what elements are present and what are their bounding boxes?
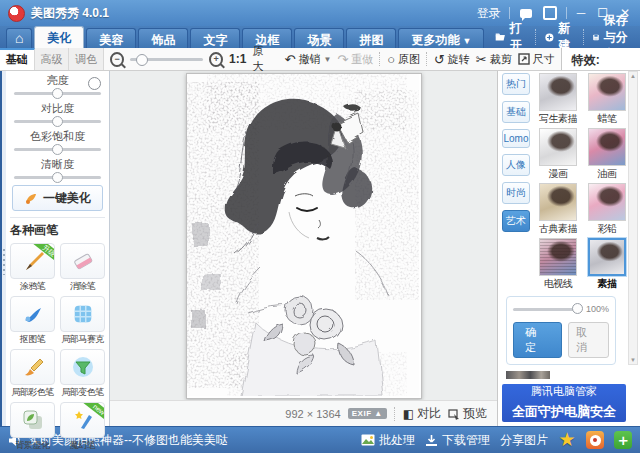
effect-sketch[interactable]: 素描 [585, 237, 629, 291]
tab-text[interactable]: 文字 [190, 28, 240, 48]
category-lomo[interactable]: Lomo [502, 129, 530, 148]
compare-button[interactable]: ◧对比 [403, 405, 441, 422]
resize-button[interactable]: 尺寸 [518, 52, 555, 67]
skin-icon[interactable] [542, 7, 558, 20]
download-icon [425, 434, 438, 447]
cutout-pen-icon [21, 302, 45, 326]
scroll-up-icon[interactable]: ▲ [630, 73, 636, 79]
subtab-basic[interactable]: 基础 [0, 48, 35, 70]
saturation-slider[interactable] [14, 148, 101, 151]
partial-thumbnail[interactable] [506, 371, 550, 379]
slider-handle[interactable] [572, 303, 583, 314]
effect-comic[interactable]: 漫画 [536, 127, 580, 181]
zoom-in-icon[interactable]: + [209, 52, 223, 67]
redo-button[interactable]: ↷重做 [337, 52, 373, 67]
effect-thumbnail[interactable] [588, 128, 626, 166]
brush-local-mosaic[interactable]: 局部马赛克 [60, 296, 105, 346]
tab-collage[interactable]: 拼图 [346, 28, 396, 48]
tab-more[interactable]: 更多功能▼ [398, 28, 484, 48]
brush-local-recolor-pen[interactable]: 局部变色笔 [60, 349, 105, 399]
chevron-down-icon[interactable]: ▼ [323, 55, 331, 64]
category-portrait[interactable]: 人像 [502, 154, 530, 176]
chevron-down-icon: ▼ [462, 36, 471, 46]
feedback-icon[interactable] [518, 7, 534, 20]
category-hot[interactable]: 热门 [502, 73, 530, 95]
saturation-slider-group: 色彩饱和度 [10, 129, 105, 151]
rotate-button[interactable]: ↺旋转 [434, 52, 470, 67]
titlebar: 美图秀秀 4.0.1 登录 ─ ☐ ✕ [0, 0, 640, 26]
scroll-down-icon[interactable]: ▼ [630, 357, 636, 363]
minimize-button[interactable]: ─ [575, 7, 588, 19]
contrast-slider[interactable] [14, 120, 101, 123]
effect-thumbnail[interactable] [588, 73, 626, 111]
magic-pen-icon [71, 408, 95, 432]
crop-button[interactable]: ✂裁剪 [476, 52, 512, 67]
one-key-beautify-button[interactable]: 一键美化 [12, 185, 103, 211]
download-manager-button[interactable]: 下载管理 [425, 432, 490, 449]
brush-local-color-pen[interactable]: 局部彩色笔 [10, 349, 55, 399]
tab-home[interactable]: ⌂ [6, 28, 32, 48]
category-basic[interactable]: 基础 [502, 101, 530, 123]
effect-oil-painting[interactable]: 油画 [585, 127, 629, 181]
effect-thumbnail[interactable] [539, 183, 577, 221]
subtab-advanced[interactable]: 高级 [35, 48, 70, 70]
reset-icon[interactable] [88, 77, 101, 90]
effect-thumbnail[interactable] [588, 183, 626, 221]
subtab-color[interactable]: 调色 [69, 48, 104, 70]
brush-doodle-pen[interactable]: 升级 涂鸦笔 [10, 243, 55, 293]
tab-scenes[interactable]: 场景 [294, 28, 344, 48]
zoom-out-icon[interactable]: − [110, 52, 124, 67]
slider-handle[interactable] [52, 144, 63, 155]
tab-beautify[interactable]: 美化 [34, 26, 84, 48]
effect-crayon[interactable]: 蜡笔 [585, 72, 629, 126]
brightness-slider[interactable] [14, 92, 101, 95]
effect-thumbnail[interactable] [588, 238, 626, 276]
ad-banner[interactable]: 腾讯电脑管家 全面守护电脑安全 [502, 384, 626, 422]
category-fashion[interactable]: 时尚 [502, 182, 530, 204]
brush-magic-pen[interactable]: new 魔幻笔 [60, 402, 105, 452]
brush-background-blur[interactable]: 背景虚化 [10, 402, 55, 452]
share-image-button[interactable]: 分享图片 [500, 432, 548, 449]
undo-button[interactable]: ↶撤销▼ [285, 52, 332, 67]
add-platform-icon[interactable]: ＋ [614, 431, 632, 449]
canvas-area[interactable]: 992 × 1364 EXIF ▲ ◧对比 预览 [110, 71, 497, 426]
effect-opacity-slider[interactable] [513, 308, 581, 311]
effect-sketch-drawing[interactable]: 写生素描 [536, 72, 580, 126]
slider-handle[interactable] [52, 172, 63, 183]
zoom-slider-handle[interactable] [136, 54, 148, 66]
zoom-actual-button[interactable]: 原大 [252, 44, 272, 74]
sharpness-slider[interactable] [14, 176, 101, 179]
effect-thumbnail[interactable] [539, 128, 577, 166]
exif-badge[interactable]: EXIF ▲ [348, 408, 387, 419]
preview-button[interactable]: 预览 [448, 405, 487, 422]
effects-scrollbar[interactable]: ▲▼ [628, 71, 638, 365]
effect-tv-lines[interactable]: 电视线 [536, 237, 580, 291]
save-share-button[interactable]: 保存与分享 [583, 29, 640, 45]
brush-cutout-pen[interactable]: 抠图笔 [10, 296, 55, 346]
brush-eraser-pen[interactable]: 消除笔 [60, 243, 105, 293]
cancel-button[interactable]: 取消 [568, 322, 609, 358]
canvas-zoom-slider[interactable] [130, 58, 203, 61]
confirm-button[interactable]: 确定 [513, 322, 562, 358]
panel-splitter[interactable] [0, 71, 6, 426]
slider-handle[interactable] [52, 116, 63, 127]
tab-face[interactable]: 美容 [86, 28, 136, 48]
tab-stickers[interactable]: 饰品 [138, 28, 188, 48]
effect-thumbnail[interactable] [539, 238, 577, 276]
original-button[interactable]: ○原图 [387, 52, 420, 67]
category-art[interactable]: 艺术 [502, 210, 530, 232]
edited-image[interactable] [186, 73, 422, 399]
slider-handle[interactable] [52, 88, 63, 99]
weibo-icon[interactable] [586, 431, 604, 449]
open-button[interactable]: 打开 [486, 29, 535, 45]
sharpness-slider-group: 清晰度 [10, 157, 105, 179]
new-button[interactable]: 新建 [535, 29, 583, 45]
effect-classic-sketch[interactable]: 古典素描 [536, 182, 580, 236]
login-link[interactable]: 登录 [477, 5, 501, 22]
batch-process-button[interactable]: 批处理 [361, 432, 415, 449]
mosaic-icon [72, 303, 94, 325]
divider [509, 7, 510, 19]
qzone-icon[interactable]: ★ [558, 431, 576, 449]
effect-thumbnail[interactable] [539, 73, 577, 111]
effect-color-pencil[interactable]: 彩铅 [585, 182, 629, 236]
